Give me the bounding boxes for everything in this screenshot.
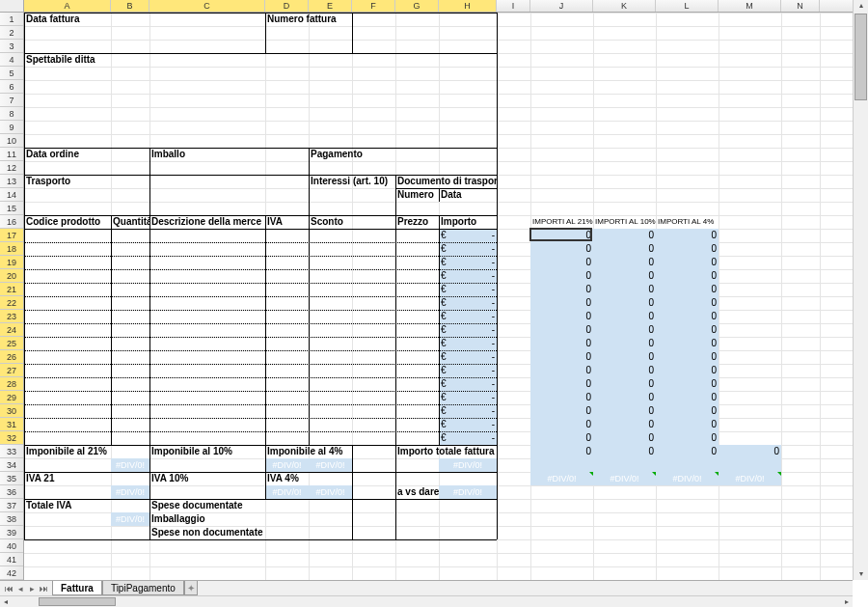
row-header-42[interactable]: 42 [0,566,23,580]
cell-div0: #DIV/0! [309,458,352,472]
col-header-N[interactable]: N [781,0,820,12]
col-header-B[interactable]: B [111,0,149,12]
tab-next-icon[interactable]: ▸ [27,584,37,593]
row-header-21[interactable]: 21 [0,283,23,296]
tab-tipipagamento[interactable]: TipiPagamento [102,581,184,595]
col-header-F[interactable]: F [352,0,395,12]
tab-last-icon[interactable]: ⏭ [39,584,48,593]
row-header-37[interactable]: 37 [0,499,23,512]
hscroll-thumb[interactable] [39,597,116,606]
row-header-2[interactable]: 2 [0,26,23,40]
col-header-G[interactable]: G [395,0,439,12]
cell-l: 0 [656,337,719,350]
cell-j: 0 [530,256,593,269]
row-header-25[interactable]: 25 [0,337,23,350]
col-header-L[interactable]: L [656,0,719,12]
row-headers[interactable]: 1234567891011121314151617181920212223242… [0,13,24,580]
row-header-32[interactable]: 32 [0,431,23,445]
row-header-15[interactable]: 15 [0,202,23,215]
row-header-39[interactable]: 39 [0,526,23,539]
scroll-left-icon[interactable]: ◂ [0,596,12,607]
row-header-40[interactable]: 40 [0,539,23,553]
cell-k: 0 [593,323,656,337]
cell-j: 0 [530,418,593,431]
col-header-C[interactable]: C [149,0,265,12]
cell-k: 0 [593,269,656,283]
row-header-14[interactable]: 14 [0,188,23,202]
cell-grid[interactable]: Data fatturaNumero fatturaSpettabile dit… [24,13,853,580]
row-header-11[interactable]: 11 [0,148,23,161]
col-header-D[interactable]: D [265,0,309,12]
row-header-38[interactable]: 38 [0,512,23,526]
vscroll-thumb[interactable] [854,14,867,100]
cell-j: 0 [530,323,593,337]
cell-importo: €- [439,377,497,391]
select-all-corner[interactable] [0,0,24,13]
row-header-8[interactable]: 8 [0,107,23,121]
cell-j: 0 [530,364,593,377]
column-headers[interactable]: ABCDEFGHIJKLMN [24,0,853,13]
row-header-34[interactable]: 34 [0,458,23,472]
cell-importo: €- [439,364,497,377]
col-header-E[interactable]: E [309,0,352,12]
cell-j: 0 [530,283,593,296]
cell-div0: #DIV/0! [439,458,497,472]
tab-add-icon[interactable]: ✦ [184,581,198,595]
tab-fattura[interactable]: Fattura [52,581,102,595]
tab-prev-icon[interactable]: ◂ [15,584,25,593]
row-header-13[interactable]: 13 [0,175,23,188]
row-header-41[interactable]: 41 [0,553,23,566]
scroll-down-icon[interactable]: ▾ [854,568,868,580]
cell-j: 0 [530,269,593,283]
col-header-H[interactable]: H [439,0,497,12]
row-header-5[interactable]: 5 [0,67,23,80]
label-importi4: IMPORTI AL 4% [656,215,719,229]
col-header-A[interactable]: A [24,0,111,12]
col-header-I[interactable]: I [497,0,530,12]
cell-j: 0 [530,296,593,310]
row-header-30[interactable]: 30 [0,404,23,418]
row-header-1[interactable]: 1 [0,13,23,26]
row-header-23[interactable]: 23 [0,310,23,323]
cell-l: 0 [656,364,719,377]
vertical-scrollbar[interactable]: ▴ ▾ [853,0,868,580]
row-header-16[interactable]: 16 [0,215,23,229]
row-header-7[interactable]: 7 [0,94,23,107]
cell-j: 0 [530,377,593,391]
row-header-12[interactable]: 12 [0,161,23,175]
row-header-35[interactable]: 35 [0,472,23,485]
row-header-3[interactable]: 3 [0,40,23,53]
row-header-33[interactable]: 33 [0,445,23,458]
cell-l: 0 [656,350,719,364]
cell-l: 0 [656,391,719,404]
row-header-19[interactable]: 19 [0,256,23,269]
cell-k: 0 [593,364,656,377]
row-header-22[interactable]: 22 [0,296,23,310]
label-importi21: IMPORTI AL 21% [530,215,593,229]
row-header-20[interactable]: 20 [0,269,23,283]
row-header-10[interactable]: 10 [0,134,23,148]
row-header-28[interactable]: 28 [0,377,23,391]
col-header-M[interactable]: M [719,0,781,12]
label-imp4: Imponibile al 4% [265,445,352,458]
tab-first-icon[interactable]: ⏮ [4,584,14,593]
scroll-up-icon[interactable]: ▴ [854,0,868,12]
row-header-6[interactable]: 6 [0,80,23,94]
row-header-24[interactable]: 24 [0,323,23,337]
cell-importo: €- [439,404,497,418]
row-header-31[interactable]: 31 [0,418,23,431]
row-header-18[interactable]: 18 [0,242,23,256]
row-header-9[interactable]: 9 [0,121,23,134]
row-header-17[interactable]: 17 [0,229,23,242]
label-imp21: Imponibile al 21% [24,445,149,458]
cell-div0: #DIV/0! [265,458,309,472]
col-header-K[interactable]: K [593,0,656,12]
row-header-26[interactable]: 26 [0,350,23,364]
row-header-29[interactable]: 29 [0,391,23,404]
row-header-4[interactable]: 4 [0,53,23,67]
row-header-27[interactable]: 27 [0,364,23,377]
scroll-right-icon[interactable]: ▸ [841,596,853,607]
row-header-36[interactable]: 36 [0,485,23,499]
col-header-J[interactable]: J [530,0,593,12]
horizontal-scrollbar[interactable]: ◂ ▸ [0,595,853,607]
